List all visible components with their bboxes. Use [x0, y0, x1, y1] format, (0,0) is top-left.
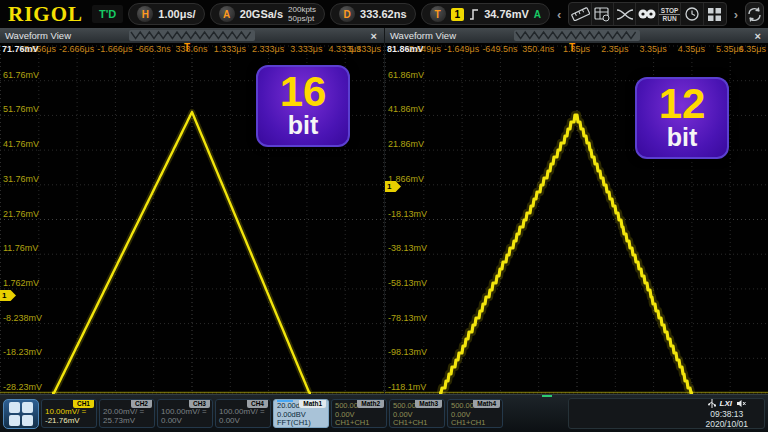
delay-button[interactable]: D 333.62ns — [330, 3, 415, 25]
time-tick-label: -1.666μs — [97, 44, 132, 54]
channel-tab[interactable]: CH3 — [189, 400, 210, 408]
multi-window-button[interactable] — [704, 3, 726, 25]
stop-run-button[interactable]: STOP RUN — [659, 3, 682, 25]
trigger-sweep-mode: A — [534, 9, 541, 20]
trigger-position-marker[interactable]: T — [569, 43, 575, 53]
time-tick-label: 333.6ns — [175, 44, 207, 54]
lxi-badge: LXI — [720, 399, 732, 408]
multi-window-icon — [707, 7, 722, 22]
time-tick-label: -1.649μs — [444, 44, 479, 54]
sync-button[interactable] — [745, 2, 764, 26]
horizontal-scale-value: 1.00μs/ — [158, 8, 195, 20]
top-bar: RIGOL T'D H 1.00μs/ A 20GSa/s 200kpts 50… — [0, 0, 768, 28]
trigger-level-value: 34.76mV — [484, 8, 529, 20]
volt-tick-label: 31.76mV — [3, 174, 39, 184]
horizontal-key-icon[interactable]: H — [137, 6, 153, 22]
usb-device-icon — [708, 399, 716, 409]
sync-arrows-icon — [746, 6, 763, 23]
channel-boxes: CH1 10.00mV/ = -21.76mV CH2 20.00mV/ = 2… — [41, 399, 271, 428]
bit-depth-unit: bit — [637, 124, 727, 150]
math-box[interactable]: Math3 500.00mV/ 0.00V CH1+CH1 — [389, 399, 445, 428]
volt-tick-label: -58.13mV — [388, 278, 427, 288]
close-icon[interactable]: × — [748, 30, 768, 42]
measure-button[interactable] — [569, 3, 591, 25]
time-tick-label: -649.5ns — [482, 44, 517, 54]
channel-tab[interactable]: CH2 — [131, 400, 152, 408]
close-icon[interactable]: × — [364, 30, 384, 42]
channel-scale: 20.00mV/ — [103, 407, 137, 416]
bit-depth-badge: 12 bit — [635, 77, 729, 159]
math-box[interactable]: Math4 500.00mV/ 0.00V CH1+CH1 — [447, 399, 503, 428]
volt-tick-label: -78.13mV — [388, 313, 427, 323]
channel-box[interactable]: CH4 100.00mV/ = 0.00V — [215, 399, 271, 428]
bottom-bar: CH1 10.00mV/ = -21.76mV CH2 20.00mV/ = 2… — [0, 394, 768, 432]
dc-coupling-icon: = — [260, 407, 265, 416]
volt-tick-label: 1.762mV — [3, 278, 39, 288]
volt-tick-label: 61.76mV — [3, 70, 39, 80]
math-tab[interactable]: Math2 — [357, 400, 384, 408]
history-button[interactable] — [681, 3, 703, 25]
math-tab[interactable]: Math4 — [473, 400, 500, 408]
trigger-button[interactable]: T 1 34.76mV A — [421, 3, 550, 25]
resolution-value: 50ps/pt — [288, 14, 316, 23]
bit-depth-unit: bit — [258, 112, 348, 138]
channel-tab[interactable]: CH4 — [247, 400, 268, 408]
toolbar-right-chevron[interactable]: › — [732, 7, 740, 22]
horizontal-scale-button[interactable]: H 1.00μs/ — [128, 3, 204, 25]
view-header[interactable]: Waveform View × — [385, 28, 768, 43]
delay-value: 333.62ns — [360, 8, 406, 20]
channel-offset: 0.00V — [219, 416, 267, 425]
xy-mode-button[interactable] — [614, 3, 636, 25]
bit-depth-number: 12 — [637, 84, 727, 124]
drag-handle-icon[interactable] — [129, 30, 255, 41]
view-header[interactable]: Waveform View × — [0, 28, 384, 43]
eye-diagram-button[interactable] — [636, 3, 658, 25]
channel-tab[interactable]: CH1 — [73, 400, 94, 408]
volt-tick-label: -98.13mV — [388, 347, 427, 357]
math-tab[interactable]: Math1 — [299, 400, 326, 408]
acquire-button[interactable]: A 20GSa/s 200kpts 50ps/pt — [210, 3, 325, 25]
memory-depth-value: 200kpts — [288, 5, 316, 14]
channel-box[interactable]: CH2 20.00mV/ = 25.73mV — [99, 399, 155, 428]
waveform-view-16bit: Waveform View × -3.666μs-2.666μs-1.666μs… — [0, 28, 384, 394]
trigger-key-icon[interactable]: T — [430, 6, 446, 22]
volt-tick-label: 51.76mV — [3, 104, 39, 114]
window-layout-icon[interactable] — [3, 399, 39, 429]
math-box[interactable]: Math1 20.00dBV/ 0.00dBV FFT(CH1) — [273, 399, 329, 428]
math-tab[interactable]: Math3 — [415, 400, 442, 408]
channel-box[interactable]: CH1 10.00mV/ = -21.76mV — [41, 399, 97, 428]
history-clock-icon — [684, 6, 700, 22]
view-title: Waveform View — [385, 30, 456, 41]
time-tick-label: 3.35μs — [639, 44, 666, 54]
bit-depth-number: 16 — [258, 72, 348, 112]
eye-diagram-icon — [637, 8, 657, 20]
math-box[interactable]: Math2 500.00mV/ 0.00V CH1+CH1 — [331, 399, 387, 428]
volt-tick-label: 41.76mV — [3, 139, 39, 149]
channel-box[interactable]: CH3 100.00mV/ = 0.00V — [157, 399, 213, 428]
sample-rate-value: 20GSa/s — [240, 8, 283, 20]
time-tick-label: 1.35μs — [563, 44, 590, 54]
volt-tick-label: 11.76mV — [3, 243, 38, 253]
volt-tick-label: -8.238mV — [3, 313, 42, 323]
time-tick-label: -666.3ns — [136, 44, 171, 54]
toolbar-left-chevron[interactable]: ‹ — [555, 7, 563, 22]
math-expression: CH1+CH1 — [335, 419, 383, 428]
xy-mode-icon — [615, 8, 635, 21]
trigger-status-badge: T'D — [92, 5, 123, 23]
counter-button[interactable] — [592, 3, 614, 25]
math-expression: FFT(CH1) — [277, 419, 325, 428]
time-tick-label: 5.333μs — [349, 44, 381, 54]
volt-tick-label: -38.13mV — [388, 243, 427, 253]
bit-depth-badge: 16 bit — [256, 65, 350, 147]
drag-handle-icon[interactable] — [514, 30, 640, 41]
acquire-key-icon[interactable]: A — [219, 6, 235, 22]
channel-scale: 10.00mV/ — [45, 407, 79, 416]
time-tick-label: 1.333μs — [214, 44, 246, 54]
volt-tick-label: -18.23mV — [3, 347, 42, 357]
delay-key-icon[interactable]: D — [339, 6, 355, 22]
view-title: Waveform View — [0, 30, 71, 41]
waveform-view-12bit: Waveform View × -2.649μs-1.649μs-649.5ns… — [384, 28, 768, 394]
volt-tick-label: 61.86mV — [388, 70, 424, 80]
clock-time: 09:38:13 — [705, 409, 748, 419]
trigger-position-marker[interactable]: T — [184, 43, 190, 53]
